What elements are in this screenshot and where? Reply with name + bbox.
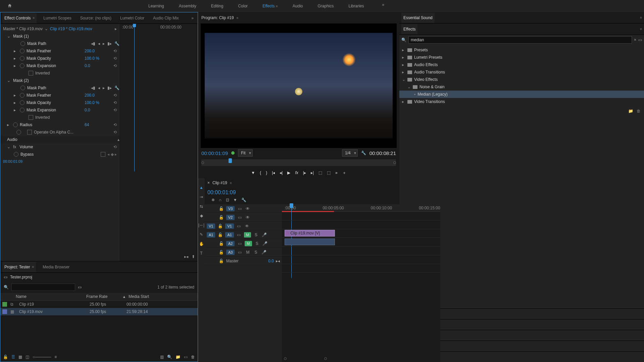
track-forward-icon[interactable]: ▮▸ (107, 86, 112, 90)
video-clip[interactable]: fx Clip #19.mov [V] (285, 230, 335, 237)
home-icon[interactable] (4, 1, 15, 11)
new-item-icon[interactable]: ▭ (184, 355, 188, 359)
mute-button[interactable]: M (245, 241, 252, 246)
ws-libraries[interactable]: Libraries (345, 0, 368, 12)
panel-menu-icon[interactable]: ≡ (230, 181, 232, 185)
track-v1[interactable]: V1 🔓 V1 ▭ 👁 (205, 222, 282, 230)
mask1-expansion-value[interactable]: 0.0 (85, 63, 111, 68)
bypass-checkbox[interactable] (101, 152, 105, 157)
reset-icon[interactable]: ⟲ (113, 100, 119, 105)
keyframe-nav[interactable]: ◂ ◆ ▸ (107, 152, 119, 157)
eye-icon[interactable]: 👁 (245, 206, 251, 212)
play-icon[interactable]: ▶ (287, 170, 290, 175)
label-swatch[interactable] (2, 302, 7, 307)
tab-effects[interactable]: Effects (401, 24, 417, 34)
ws-assembly[interactable]: Assembly (175, 0, 200, 12)
wrench-icon[interactable]: 🔧 (114, 86, 119, 90)
lift-icon[interactable]: ⬚ (318, 170, 322, 175)
link-icon[interactable]: ▸◂ (276, 259, 280, 263)
timeline-tracks[interactable]: :00:00 00:00:05:00 00:00:10:00 00:00:15:… (282, 204, 440, 362)
stopwatch-icon[interactable] (20, 100, 24, 105)
voice-icon[interactable]: 🎤 (262, 241, 268, 247)
target-icon[interactable]: ▭ (236, 232, 242, 238)
tab-source[interactable]: Source: (no clips) (78, 13, 113, 23)
play-icon[interactable]: ▸ (115, 27, 117, 31)
trash-icon[interactable]: 🗑 (637, 109, 641, 113)
lock-icon[interactable]: 🔓 (218, 206, 224, 212)
hand-tool-icon[interactable]: ✋ (198, 241, 205, 247)
mute-button[interactable]: M (245, 249, 251, 255)
stopwatch-icon[interactable] (20, 93, 24, 98)
ec-timeline-ruler[interactable]: :00:00 00:00:05:00 (119, 24, 198, 31)
tab-lumetri-color[interactable]: Lumetri Color (118, 13, 146, 23)
reset-icon[interactable]: ⟲ (113, 93, 119, 98)
inverted-checkbox[interactable] (29, 71, 33, 75)
reset-icon[interactable]: ⟲ (113, 63, 119, 68)
go-to-in-icon[interactable]: |◂ (272, 170, 275, 175)
source-a1[interactable]: A1 (207, 232, 215, 238)
source-v1[interactable]: V1 (207, 223, 215, 229)
mute-button[interactable]: M (244, 232, 251, 238)
tab-lumetri-scopes[interactable]: Lumetri Scopes (41, 13, 73, 23)
track-forward-icon[interactable]: ▮▸ (107, 41, 112, 46)
target-icon[interactable]: ▭ (237, 249, 243, 255)
extract-icon[interactable]: ⬚ (327, 170, 331, 175)
stopwatch-icon[interactable] (20, 56, 24, 61)
solo-button[interactable]: S (253, 249, 259, 255)
marker-icon[interactable]: ▼ (233, 198, 237, 202)
stopwatch-icon[interactable] (13, 122, 18, 127)
automate-icon[interactable]: ▥ (160, 355, 164, 359)
ws-graphics[interactable]: Graphics (313, 0, 338, 12)
fx-icon[interactable]: fx (295, 170, 298, 175)
timeline-ruler[interactable]: :00:00 00:00:05:00 00:00:10:00 00:00:15:… (282, 204, 440, 212)
track-a1[interactable]: A1 🔓 A1 ▭ M S 🎤 (205, 230, 282, 239)
solo-button[interactable]: S (254, 241, 260, 247)
tree-video-effects[interactable]: ⌄Video Effects (399, 76, 644, 83)
chevron-down-icon[interactable]: ⌄ (45, 27, 48, 31)
tree-noise[interactable]: ⌄Noise & Grain (399, 83, 644, 91)
selection-tool-icon[interactable]: ▲ (198, 184, 205, 191)
tree-median[interactable]: ▫Median (Legacy) (399, 91, 644, 98)
stopwatch-icon[interactable] (20, 49, 24, 53)
overflow-icon[interactable]: » (335, 170, 338, 175)
target-icon[interactable]: ▭ (237, 214, 243, 220)
lock-icon[interactable]: 🔓 (218, 214, 224, 220)
alpha-checkbox[interactable] (27, 130, 32, 135)
expand-icon[interactable]: ▸ (7, 122, 11, 127)
clear-search-icon[interactable]: × (634, 38, 636, 42)
new-bin-icon[interactable]: ▭ (638, 38, 642, 42)
track-v3[interactable]: 🔓 V3 ▭ 👁 (205, 204, 282, 213)
add-marker-icon[interactable]: ▼ (251, 170, 255, 175)
expand-icon[interactable]: ▸ (14, 56, 18, 61)
stopwatch-icon[interactable] (20, 86, 25, 90)
step-back-icon[interactable]: ◂ (98, 41, 100, 46)
reset-icon[interactable]: ⟲ (113, 108, 119, 112)
lock-icon[interactable]: 🔓 (218, 249, 224, 255)
linked-selection-icon[interactable]: ⊡ (226, 198, 229, 202)
track-back-icon[interactable]: ◂▮ (91, 41, 95, 46)
wrench-icon[interactable]: 🔧 (361, 151, 366, 155)
export-icon[interactable]: ⬆ (192, 254, 195, 259)
audio-header[interactable]: Audio▴ (0, 136, 119, 143)
ws-effects[interactable]: Effects ≡ (258, 0, 282, 12)
new-bin-icon[interactable]: 📁 (628, 109, 633, 113)
program-viewer[interactable] (201, 23, 397, 148)
tab-media-browser[interactable]: Media Browser (41, 262, 71, 272)
lock-icon[interactable]: 🔓 (218, 258, 224, 264)
reset-icon[interactable]: ⟲ (113, 56, 119, 61)
master-value[interactable]: 0.0 (268, 259, 274, 263)
timeline-tab[interactable]: Clip #19 (212, 180, 227, 185)
tree-video-transitions[interactable]: ▸Video Transitions (399, 98, 644, 105)
ec-playhead[interactable] (134, 24, 135, 171)
track-back-icon[interactable]: ◂▮ (91, 86, 95, 90)
mark-in-icon[interactable]: { (260, 170, 261, 175)
track-v2[interactable]: 🔓 V2 ▭ 👁 (205, 213, 282, 222)
inverted-checkbox[interactable] (29, 115, 33, 120)
expand-icon[interactable]: ▸ (14, 93, 18, 98)
timeline-zoom-slider[interactable] (284, 357, 438, 361)
track-a3[interactable]: 🔓 A3 ▭ M S 🎤 (205, 248, 282, 257)
zoom-slider[interactable]: ○———— (33, 355, 51, 359)
tab-effect-controls[interactable]: Effect Controls ≡ (2, 13, 37, 23)
program-tc-in[interactable]: 00:00:01:09 (201, 150, 228, 156)
sort-icon[interactable]: ▴ (123, 294, 125, 299)
